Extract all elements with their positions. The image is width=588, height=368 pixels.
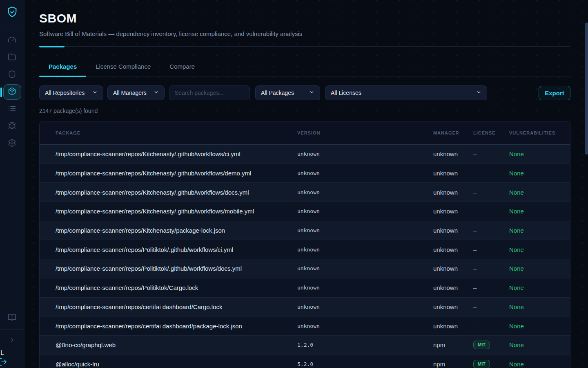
package-manager: npm — [433, 361, 473, 368]
sidebar: L — [0, 0, 24, 368]
package-vulnerabilities: None — [509, 246, 570, 253]
sidebar-item-repositories[interactable] — [3, 50, 21, 65]
package-path: /tmp/compliance-scanner/repos/Kitchenast… — [56, 227, 297, 234]
package-path: /tmp/compliance-scanner/repos/certifai d… — [56, 303, 297, 310]
corner-overflow: L — [0, 348, 24, 368]
title-divider — [39, 46, 570, 47]
filter-bar: All Repositories All Managers All Packag… — [39, 85, 570, 100]
tab-bar: Packages License Compliance Compare — [39, 63, 570, 76]
book-open-icon — [8, 313, 16, 323]
shield-check-icon — [7, 6, 18, 19]
logout-icon[interactable] — [0, 357, 7, 368]
table-row[interactable]: /tmp/compliance-scanner/repos/Politiktok… — [40, 240, 570, 259]
table-row[interactable]: /tmp/compliance-scanner/repos/Kitchenast… — [40, 183, 570, 202]
sidebar-nav — [0, 33, 24, 151]
vertical-scrollbar[interactable] — [585, 22, 588, 155]
folder-icon — [8, 53, 16, 63]
manager-select-value: All Managers — [113, 90, 147, 96]
column-header-manager: Manager — [433, 130, 473, 135]
sidebar-collapse-toggle[interactable] — [3, 333, 21, 348]
tab-license-compliance[interactable]: License Compliance — [86, 63, 160, 76]
package-version: unknown — [297, 304, 433, 310]
package-manager: unknown — [433, 303, 473, 310]
gauge-icon — [8, 36, 16, 46]
table-body: /tmp/compliance-scanner/repos/Kitchenast… — [40, 145, 570, 368]
search-input[interactable] — [169, 85, 250, 100]
package-vulnerabilities: None — [509, 284, 570, 291]
package-vulnerabilities: None — [509, 303, 570, 310]
bug-icon — [8, 121, 16, 132]
column-header-license: License — [473, 130, 509, 135]
tab-packages[interactable]: Packages — [39, 63, 86, 76]
chevron-down-icon — [89, 90, 98, 96]
table-row[interactable]: @0no-co/graphql.web 1.2.0 npm MIT None — [40, 336, 570, 355]
sidebar-item-docs[interactable] — [3, 310, 21, 326]
sidebar-divider — [0, 329, 24, 330]
chevron-down-icon — [473, 90, 481, 96]
package-version: 5.2.0 — [297, 361, 433, 367]
package-version: unknown — [297, 265, 433, 272]
chevron-right-icon — [9, 337, 16, 345]
package-manager: unknown — [433, 284, 473, 291]
package-vulnerabilities: None — [509, 341, 570, 348]
package-version: unknown — [297, 189, 433, 195]
page-subtitle: Software Bill of Materials — dependency … — [39, 30, 570, 37]
package-license: MIT — [473, 341, 509, 349]
table-row[interactable]: /tmp/compliance-scanner/repos/certifai d… — [40, 316, 570, 336]
app-logo[interactable] — [0, 0, 24, 25]
package-version: unknown — [297, 151, 433, 157]
table-row[interactable]: /tmp/compliance-scanner/repos/Politiktok… — [40, 278, 570, 298]
table-row[interactable]: /tmp/compliance-scanner/repos/Politiktok… — [40, 259, 570, 278]
manager-select[interactable]: All Managers — [107, 85, 165, 100]
table-row[interactable]: /tmp/compliance-scanner/repos/Kitchenast… — [40, 164, 570, 183]
table-row[interactable]: /tmp/compliance-scanner/repos/certifai d… — [40, 298, 570, 317]
package-path: /tmp/compliance-scanner/repos/certifai d… — [56, 323, 297, 330]
sidebar-item-sbom[interactable] — [3, 84, 21, 100]
package-type-select[interactable]: All Packages — [255, 85, 320, 100]
export-button[interactable]: Export — [539, 86, 570, 100]
package-version: unknown — [297, 285, 433, 291]
package-license: – — [473, 303, 509, 310]
package-path: /tmp/compliance-scanner/repos/Politiktok… — [56, 284, 297, 291]
column-header-version: Version — [297, 130, 433, 135]
sidebar-item-compliance[interactable] — [3, 67, 21, 83]
package-version: unknown — [297, 170, 433, 176]
sidebar-item-settings[interactable] — [3, 136, 21, 151]
license-select[interactable]: All Licenses — [325, 85, 487, 100]
package-path: /tmp/compliance-scanner/repos/Kitchenast… — [56, 208, 297, 215]
tab-compare[interactable]: Compare — [160, 63, 204, 76]
package-license: – — [473, 265, 509, 272]
table-row[interactable]: /tmp/compliance-scanner/repos/Kitchenast… — [40, 202, 570, 221]
sidebar-item-inventory[interactable] — [3, 101, 21, 117]
package-license: – — [473, 227, 509, 234]
package-path: /tmp/compliance-scanner/repos/Kitchenast… — [56, 170, 297, 177]
column-header-vulnerabilities: Vulnerabilities — [509, 130, 570, 135]
title-divider-accent — [39, 46, 65, 47]
sidebar-item-dashboard[interactable] — [3, 33, 21, 48]
sidebar-item-vulnerabilities[interactable] — [3, 119, 21, 134]
package-version: 1.2.0 — [297, 342, 433, 348]
package-license: – — [473, 323, 509, 330]
chevron-down-icon — [150, 90, 159, 96]
package-vulnerabilities: None — [509, 361, 570, 368]
package-version: unknown — [297, 208, 433, 214]
package-license: – — [473, 150, 509, 157]
table-row[interactable]: /tmp/compliance-scanner/repos/Kitchenast… — [40, 221, 570, 240]
package-license: MIT — [473, 360, 509, 368]
package-license: – — [473, 208, 509, 215]
package-manager: unknown — [433, 170, 473, 177]
table-row[interactable]: /tmp/compliance-scanner/repos/Kitchenast… — [40, 145, 570, 164]
package-manager: unknown — [433, 323, 473, 330]
package-vulnerabilities: None — [509, 189, 570, 196]
package-vulnerabilities: None — [509, 227, 570, 234]
package-license: – — [473, 246, 509, 253]
package-path: /tmp/compliance-scanner/repos/Kitchenast… — [56, 150, 297, 157]
main-content: SBOM Software Bill of Materials — depend… — [24, 0, 588, 368]
package-vulnerabilities: None — [509, 150, 570, 157]
license-select-value: All Licenses — [331, 90, 361, 96]
package-manager: npm — [433, 341, 473, 348]
package-vulnerabilities: None — [509, 170, 570, 177]
package-version: unknown — [297, 247, 433, 253]
table-row[interactable]: @alloc/quick-lru 5.2.0 npm MIT None — [40, 355, 570, 368]
repository-select[interactable]: All Repositories — [39, 85, 103, 100]
